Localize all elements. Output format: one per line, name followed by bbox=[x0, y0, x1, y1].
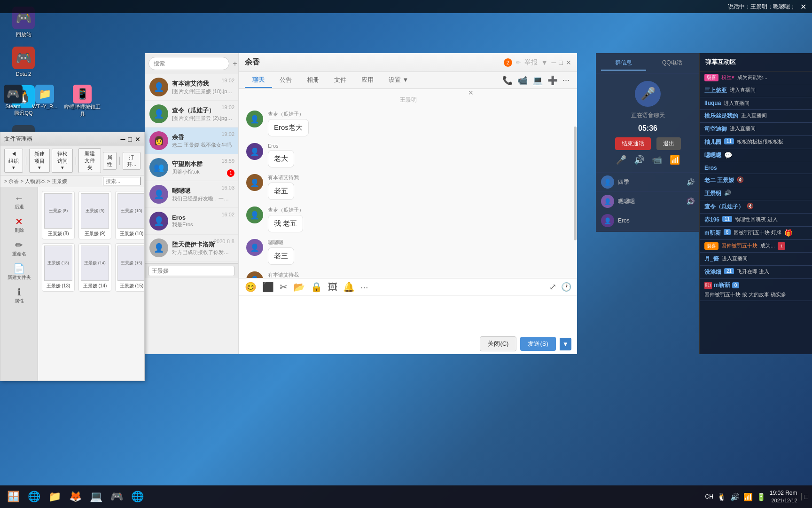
fm-back-btn[interactable]: ◀ 组织▾ bbox=[4, 149, 23, 173]
more-tools-icon[interactable]: ··· bbox=[360, 282, 368, 293]
expand-icon[interactable]: ⤢ bbox=[549, 282, 556, 292]
chat-item-yuxiang[interactable]: 👩 余香 老二 王景嫒:我不像女生吗 19:02 bbox=[145, 127, 238, 154]
add-icon[interactable]: ➕ bbox=[547, 75, 558, 86]
emoji-icon[interactable]: 😊 bbox=[245, 281, 257, 293]
file-manager-maximize[interactable]: □ bbox=[128, 135, 132, 143]
sidebar-item-back[interactable]: ← 后退 bbox=[3, 191, 36, 212]
tab-notice[interactable]: 公告 bbox=[272, 73, 299, 88]
fm-new-btn[interactable]: 新建项目▾ bbox=[29, 149, 50, 173]
search-add-btn[interactable]: ＋ bbox=[231, 59, 239, 69]
mic-control-icon[interactable]: 🎤 bbox=[616, 155, 626, 165]
bili-tool-label: 哔哩哔哩按钮工具 bbox=[63, 103, 101, 118]
tab-file[interactable]: 文件 bbox=[327, 73, 354, 88]
member-avatar-siji: 👤 bbox=[601, 175, 614, 189]
file-item-10[interactable]: 王景嫒 (10) 王景嫒 (10) bbox=[115, 191, 144, 239]
end-call-btn[interactable]: 结束通话 bbox=[615, 137, 651, 150]
fm-easy-btn[interactable]: 轻松访问▾ bbox=[52, 149, 73, 173]
desktop-icon-wtyry[interactable]: 📁 WT~Y_R... bbox=[26, 85, 63, 109]
member-row-siji: 👤 四季 🔊 bbox=[596, 173, 699, 192]
desktop-icon-steam[interactable]: 🎮 Steam bbox=[0, 85, 26, 109]
send-arrow-btn[interactable]: ▼ bbox=[560, 338, 571, 350]
taskbar-start[interactable]: 🪟 bbox=[4, 487, 23, 506]
scrollbar-track[interactable] bbox=[573, 89, 577, 278]
fm-open-btn[interactable]: 打开... bbox=[123, 152, 141, 170]
top-bar-close[interactable]: ✕ bbox=[800, 2, 806, 11]
chat-item-eros[interactable]: 👤 Eros 我是Eros 16:02 bbox=[145, 208, 238, 235]
file-item-9[interactable]: 王景嫒 (9) 王景嫒 (9) bbox=[78, 191, 111, 239]
tab-app[interactable]: 应用 bbox=[354, 73, 381, 88]
volume-icon[interactable]: 🔊 bbox=[634, 155, 644, 165]
report-btn[interactable]: 举报 bbox=[524, 58, 538, 67]
sticker-icon[interactable]: ⬛ bbox=[262, 281, 274, 293]
msg-bubble-5: 老三 bbox=[268, 247, 294, 265]
file-item-13[interactable]: 王景嫒 (13) 王景嫒 (13) bbox=[42, 243, 75, 292]
voice-call-status: 🎤 正在语音聊天 05:36 结束通话 退出 🎤 🔊 📹 📶 bbox=[596, 74, 699, 173]
chat-item-chaling[interactable]: 👤 查令（瓜娃子） [图片文件]王景云 (2).jpg(744.. 19:02 bbox=[145, 101, 238, 127]
bell-icon[interactable]: 🔔 bbox=[343, 281, 355, 293]
tab-settings[interactable]: 设置 ▼ bbox=[381, 73, 416, 88]
taskbar-browser2[interactable]: 🌐 bbox=[128, 487, 147, 506]
taskbar-volume-icon[interactable]: 🔊 bbox=[730, 492, 740, 501]
sidebar-item-newfile[interactable]: 📄 新建文件夹 bbox=[3, 261, 36, 283]
folder-icon[interactable]: 📂 bbox=[293, 281, 305, 293]
file-thumb-10: 王景嫒 (10) bbox=[117, 193, 144, 229]
group-list-close[interactable]: ✕ bbox=[468, 89, 474, 96]
taskbar-wifi-icon[interactable]: 📶 bbox=[743, 492, 753, 501]
send-btn[interactable]: 发送(S) bbox=[520, 337, 555, 351]
image-icon[interactable]: 🖼 bbox=[328, 282, 337, 293]
sidebar-item-delete[interactable]: ✕ 删除 bbox=[3, 214, 36, 236]
taskbar-battery-icon[interactable]: 🔋 bbox=[757, 492, 766, 501]
chat-item-shentianshi[interactable]: 👤 堕天使伊卡洛斯 对方已成功接收了你发送的高清无.. 2020-8-8 bbox=[145, 235, 238, 262]
chat-input-field[interactable] bbox=[239, 296, 577, 333]
breadcrumb-search[interactable] bbox=[103, 177, 141, 185]
sidebar-item-prop[interactable]: ℹ 属性 bbox=[3, 285, 36, 306]
user-youeryuan: 柚儿园 bbox=[704, 138, 721, 146]
file-item-14[interactable]: 王景嫒 (14) 王景嫒 (14) bbox=[78, 243, 111, 292]
chevron-down-icon[interactable]: ▼ bbox=[541, 59, 548, 66]
minimize-icon[interactable]: ─ bbox=[552, 59, 556, 66]
file-name-14: 王景嫒 (14) bbox=[83, 283, 107, 289]
badge-cheng: 因仲被罚五十块 bbox=[721, 242, 757, 249]
tab-chat[interactable]: 聊天 bbox=[245, 73, 272, 88]
scrollbar-thumb[interactable] bbox=[574, 127, 577, 240]
chat-item-shuwang[interactable]: 👥 守望剧本群 贝蒂小馆.ok 18:59 1 bbox=[145, 154, 238, 181]
quit-btn[interactable]: 退出 bbox=[656, 137, 681, 150]
lock-icon[interactable]: 🔒 bbox=[311, 281, 322, 293]
chat-list-panel: ＋ 👤 有本请艾待我 [图片文件]王景嫒 (18).jpg(553 19:02 … bbox=[145, 53, 239, 354]
chat-preview-niengniang: 我们已经是好友啦，一起来聊吧.. bbox=[172, 195, 234, 202]
edit-icon[interactable]: ✏ bbox=[516, 59, 521, 66]
taskbar-show-desktop[interactable]: □ bbox=[801, 493, 808, 500]
close-icon[interactable]: ✕ bbox=[566, 59, 571, 66]
video-icon[interactable]: 📹 bbox=[517, 75, 528, 86]
video-small-icon[interactable]: 📹 bbox=[652, 155, 662, 165]
fm-prop-btn[interactable]: 属性 bbox=[103, 152, 117, 170]
group-info-tab-call[interactable]: QQ电话 bbox=[650, 56, 695, 71]
taskbar-browser-ie[interactable]: 🌐 bbox=[24, 487, 43, 506]
phone-icon[interactable]: 📞 bbox=[502, 75, 513, 86]
file-manager-close[interactable]: ✕ bbox=[135, 135, 141, 143]
taskbar-steam[interactable]: 🎮 bbox=[107, 487, 126, 506]
more-icon[interactable]: ··· bbox=[562, 75, 570, 86]
history-icon[interactable]: 🕐 bbox=[561, 282, 571, 292]
file-item-8[interactable]: 王景嫒 (8) 王景嫒 (8) bbox=[42, 191, 75, 239]
desktop-icon-dota2[interactable]: 🎮 Dota 2 bbox=[5, 45, 42, 79]
desktop-icon-bili-tool[interactable]: 📱 哔哩哔哩按钮工具 bbox=[63, 85, 101, 118]
file-manager-minimize[interactable]: ─ bbox=[121, 135, 125, 143]
chat-item-niengniang[interactable]: 👤 嗯嗯嗯 我们已经是好友啦，一起来聊吧.. 16:03 bbox=[145, 181, 238, 208]
cut-icon[interactable]: ✂ bbox=[280, 281, 288, 293]
chat-list-type-input[interactable] bbox=[148, 266, 234, 276]
taskbar-firefox[interactable]: 🦊 bbox=[66, 487, 85, 506]
tab-album[interactable]: 相册 bbox=[299, 73, 327, 88]
screen-share-icon[interactable]: 💻 bbox=[532, 75, 543, 86]
chat-search-input[interactable] bbox=[148, 57, 229, 70]
taskbar-qq-icon[interactable]: 🐧 bbox=[717, 492, 726, 501]
group-info-tab-info[interactable]: 群信息 bbox=[601, 56, 646, 71]
fm-newdir-btn[interactable]: 新建文件夹 bbox=[78, 148, 101, 173]
file-item-15[interactable]: 王景嫒 (15) 王景嫒 (15) bbox=[115, 243, 144, 292]
close-chat-btn[interactable]: 关闭(C) bbox=[480, 336, 516, 351]
maximize-icon[interactable]: □ bbox=[559, 59, 563, 66]
taskbar-explorer[interactable]: 📁 bbox=[45, 487, 64, 506]
sidebar-item-rename[interactable]: ✏ 重命名 bbox=[3, 238, 36, 259]
chat-item-youben[interactable]: 👤 有本请艾待我 [图片文件]王景嫒 (18).jpg(553 19:02 bbox=[145, 74, 238, 101]
taskbar-computer[interactable]: 💻 bbox=[86, 487, 105, 506]
